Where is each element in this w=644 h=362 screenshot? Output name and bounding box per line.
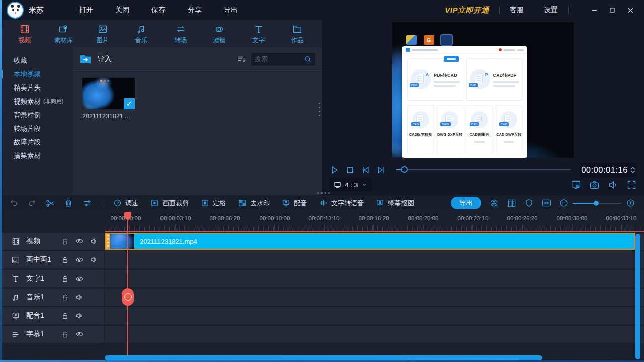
minimize-button[interactable]	[588, 4, 601, 17]
video-clip[interactable]: 202111231821.mp4	[105, 233, 635, 250]
support-button[interactable]: 客服	[510, 6, 524, 15]
lock-open-icon[interactable]	[61, 312, 69, 320]
menu-share[interactable]: 分享	[188, 6, 202, 15]
play-button[interactable]	[329, 165, 340, 175]
green-screen-button[interactable]: 绿幕抠图	[376, 199, 414, 208]
timeline-horizontal-scrollbar[interactable]	[105, 355, 542, 360]
redo-button[interactable]	[27, 198, 37, 208]
film-reel-button[interactable]	[489, 198, 499, 208]
eye-icon[interactable]	[75, 330, 84, 338]
playhead-drag-handle[interactable]	[122, 288, 134, 306]
search-input[interactable]	[255, 55, 304, 63]
speaker-icon[interactable]	[90, 256, 98, 264]
app-logo[interactable]	[7, 2, 24, 19]
export-button[interactable]: 导出	[451, 197, 481, 209]
lock-open-icon[interactable]	[61, 331, 69, 338]
media-item[interactable]: ✓ 202111231821....	[82, 78, 135, 120]
tab-library[interactable]: 素材库	[47, 24, 80, 45]
eye-icon[interactable]	[75, 256, 84, 264]
playhead-marker[interactable]	[124, 212, 131, 218]
sidebar-item-local-video[interactable]: 本地视频	[0, 67, 73, 81]
aspect-ratio-dropdown[interactable]: 4 : 3	[329, 178, 372, 191]
horizontal-splitter-handle[interactable]	[317, 192, 330, 194]
tab-works[interactable]: 作品	[281, 24, 314, 45]
search-icon[interactable]	[304, 55, 312, 63]
dubbing-button[interactable]: 配音	[282, 199, 307, 208]
sidebar-item-funny[interactable]: 搞笑素材	[0, 149, 73, 162]
zoom-in-button[interactable]	[626, 199, 635, 207]
close-button[interactable]	[624, 4, 637, 17]
sidebar-item-glitch[interactable]: 故障片段	[0, 135, 73, 149]
spinner-down-icon[interactable]	[630, 170, 635, 173]
snapshot-camera-button[interactable]	[589, 179, 600, 190]
track-options-button[interactable]	[82, 198, 92, 208]
sidebar-item-favorites[interactable]: 收藏	[0, 54, 73, 67]
lock-open-icon[interactable]	[61, 256, 69, 264]
track-lane-voiceover[interactable]	[105, 307, 644, 324]
vip-upgrade-button[interactable]: VIP立即开通	[445, 6, 489, 15]
crop-button[interactable]: 画面裁剪	[150, 199, 189, 208]
sidebar-item-stock-video[interactable]: 视频素材(非商用)	[0, 95, 73, 108]
fullscreen-button[interactable]	[626, 179, 637, 190]
shield-button[interactable]	[524, 198, 534, 208]
fit-timeline-button[interactable]	[541, 198, 552, 208]
zoom-slider-handle[interactable]	[594, 201, 599, 206]
eye-icon[interactable]	[75, 237, 84, 245]
track-lane-text[interactable]	[105, 270, 644, 287]
remove-watermark-button[interactable]: 去水印	[238, 199, 270, 208]
zoom-out-button[interactable]	[559, 199, 568, 207]
track-lane-music[interactable]	[105, 289, 644, 306]
speed-button[interactable]: 调速	[113, 199, 138, 208]
freeze-frame-button[interactable]: 定格	[201, 199, 226, 208]
timeline-ruler[interactable]: 00:00:00:00 00:00:03:10 00:00:06:20 00:0…	[0, 210, 644, 231]
menu-save[interactable]: 保存	[151, 6, 166, 15]
undo-button[interactable]	[9, 198, 19, 208]
sidebar-item-intros[interactable]: 精美片头	[0, 81, 73, 95]
timeline-vertical-scrollbar[interactable]	[635, 234, 640, 359]
previous-frame-button[interactable]	[360, 165, 371, 175]
delete-trash-button[interactable]	[64, 198, 73, 208]
clip-trim-handle[interactable]	[106, 234, 110, 249]
sidebar-item-backgrounds[interactable]: 背景样例	[0, 108, 73, 122]
volume-button[interactable]	[608, 179, 618, 190]
maximize-button[interactable]	[606, 4, 619, 17]
timecode-box[interactable]: 00:00:01:16	[580, 163, 637, 177]
spinner-up-icon[interactable]	[630, 167, 635, 170]
eye-icon[interactable]	[75, 275, 84, 283]
menu-export[interactable]: 导出	[224, 6, 238, 15]
menu-close[interactable]: 关闭	[115, 6, 129, 15]
track-lane-subtitle[interactable]	[105, 326, 644, 343]
tab-video[interactable]: 视频	[8, 24, 41, 45]
split-scissors-button[interactable]	[45, 198, 55, 208]
tab-text[interactable]: 文字	[242, 24, 275, 45]
screen-settings-button[interactable]	[571, 179, 581, 190]
seek-track[interactable]	[396, 169, 571, 170]
speaker-icon[interactable]	[75, 312, 84, 320]
sort-button[interactable]	[237, 55, 246, 64]
lock-open-icon[interactable]	[61, 275, 69, 283]
track-lane-pip[interactable]	[105, 251, 644, 268]
vertical-splitter-handle[interactable]	[319, 103, 320, 116]
tab-music[interactable]: 音乐	[125, 24, 158, 45]
speaker-icon[interactable]	[75, 293, 84, 301]
menu-open[interactable]: 打开	[79, 6, 93, 15]
stop-button[interactable]	[345, 165, 355, 175]
next-frame-button[interactable]	[376, 165, 386, 175]
playhead-line[interactable]	[127, 212, 128, 355]
track-header-subtitle: 字幕1	[0, 326, 104, 343]
import-button[interactable]: 导入	[79, 54, 112, 65]
tab-transition[interactable]: 转场	[164, 24, 197, 45]
timecode-value[interactable]: 00:00:01:16	[581, 165, 628, 175]
speaker-icon[interactable]	[90, 237, 98, 245]
zoom-slider[interactable]	[573, 200, 622, 206]
sidebar-item-transitions[interactable]: 转场片段	[0, 122, 73, 135]
lock-open-icon[interactable]	[61, 294, 69, 301]
lock-open-icon[interactable]	[61, 238, 69, 245]
settings-button[interactable]: 设置	[544, 6, 558, 15]
seek-bar[interactable]	[396, 165, 571, 175]
seek-handle[interactable]	[401, 166, 408, 173]
tab-filter[interactable]: 滤镜	[203, 24, 236, 45]
tab-image[interactable]: 图片	[86, 24, 119, 45]
text-to-speech-button[interactable]: 文字转语音	[319, 199, 364, 208]
track-manager-button[interactable]	[507, 198, 517, 208]
